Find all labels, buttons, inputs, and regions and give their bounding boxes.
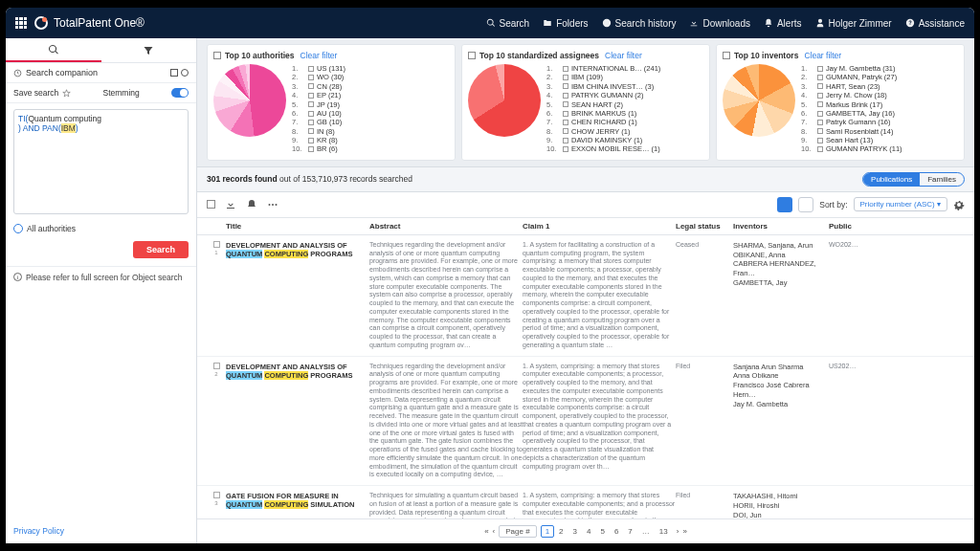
sort-select[interactable]: Priority number (ASC) ▾: [854, 197, 947, 211]
chart-authorities: Top 10 authoritiesClear filter 1.US (131…: [207, 44, 456, 161]
table-row[interactable]: 3GATE FUSION FOR MEASURE IN QUANTUM COMP…: [197, 486, 974, 518]
legend-item[interactable]: 8.Sami Rosenblatt (14): [801, 127, 902, 136]
page-number[interactable]: 4: [582, 525, 595, 538]
search-button[interactable]: Search: [133, 241, 189, 258]
prev-icon[interactable]: ‹: [493, 527, 496, 536]
clear-filter[interactable]: Clear filter: [605, 51, 642, 60]
view-toggle[interactable]: PublicationsFamilies: [862, 172, 965, 187]
gear-icon[interactable]: [953, 199, 965, 210]
sidebar: Search companion Save search Stemming TI…: [6, 38, 197, 543]
legend-item[interactable]: 3.HART, Sean (23): [801, 82, 902, 91]
view-grid-button[interactable]: [777, 197, 792, 212]
legend-item[interactable]: 10.BR (6): [292, 144, 345, 153]
tab-filter[interactable]: [101, 38, 197, 62]
svg-point-1: [269, 204, 271, 206]
row-checkbox[interactable]: [213, 363, 220, 369]
apps-grid-icon[interactable]: [15, 17, 27, 29]
table-row[interactable]: 1DEVELOPMENT AND ANALYSIS OF QUANTUM COM…: [197, 235, 974, 357]
legend-item[interactable]: 7.Patryk Gumann (16): [801, 118, 902, 126]
stemming-toggle[interactable]: [171, 88, 189, 98]
legend-item[interactable]: 4.Jerry M. Chow (18): [801, 91, 902, 99]
legend-item[interactable]: 5.JP (19): [292, 100, 345, 109]
result-summary: 301 records found out of 153,710,973 rec…: [197, 167, 974, 192]
legend-item[interactable]: 1.Jay M. Gambetta (31): [801, 64, 902, 73]
legend-item[interactable]: 1.INTERNATIONAL B… (241): [546, 64, 660, 73]
authorities-selector[interactable]: All authorities: [6, 220, 196, 237]
row-checkbox[interactable]: [213, 241, 220, 248]
chart-checkbox[interactable]: [213, 52, 221, 59]
alert-icon[interactable]: [246, 199, 257, 210]
page-number[interactable]: 6: [610, 525, 623, 538]
chart-checkbox[interactable]: [468, 52, 476, 59]
legend-item[interactable]: 3.IBM CHINA INVEST… (3): [546, 82, 660, 91]
privacy-link[interactable]: Privacy Policy: [6, 518, 196, 543]
legend-item[interactable]: 6.BRINK MARKUS (1): [546, 109, 660, 118]
nav-search[interactable]: Search: [486, 18, 530, 29]
next-fast-icon[interactable]: »: [682, 527, 686, 536]
star-icon[interactable]: [62, 89, 71, 98]
page-number[interactable]: 3: [568, 525, 582, 538]
legend-item[interactable]: 9.KR (8): [292, 136, 345, 144]
tab-search[interactable]: [6, 38, 101, 62]
legend-item[interactable]: 1.US (131): [292, 64, 345, 73]
svg-point-3: [276, 204, 278, 206]
nav-user[interactable]: Holger Zimmer: [815, 18, 892, 29]
legend-item[interactable]: 8.CHOW JERRY (1): [546, 127, 660, 136]
pie-assignees[interactable]: [468, 64, 541, 137]
page-label[interactable]: Page #: [499, 525, 536, 538]
next-icon[interactable]: ›: [677, 527, 679, 536]
legend-item[interactable]: 7.CHEN RICHARD (1): [546, 118, 660, 126]
select-all-checkbox[interactable]: [207, 200, 215, 209]
page-number[interactable]: 1: [541, 525, 554, 538]
legend-item[interactable]: 7.GB (10): [292, 118, 345, 126]
prev-fast-icon[interactable]: «: [484, 527, 488, 536]
legend-item[interactable]: 2.GUMANN, Patryk (27): [801, 73, 902, 81]
clear-filter[interactable]: Clear filter: [804, 51, 841, 60]
brand: TotalPatent One®: [34, 16, 145, 30]
circle-icon[interactable]: [181, 69, 189, 77]
row-checkbox[interactable]: [213, 492, 220, 498]
clear-filter[interactable]: Clear filter: [301, 51, 338, 60]
page-number[interactable]: 2: [554, 525, 568, 538]
nav-assist[interactable]: Assistance: [905, 18, 965, 29]
chart-checkbox[interactable]: [723, 52, 730, 59]
legend-item[interactable]: 9.DAVID KAMINSKY (1): [546, 136, 660, 144]
pie-inventors[interactable]: [723, 64, 795, 137]
query-input[interactable]: TI(Quantum computing ) AND PAN(IBM): [13, 109, 189, 214]
nav-downloads[interactable]: Downloads: [689, 18, 749, 29]
square-icon[interactable]: [170, 69, 178, 77]
legend-item[interactable]: 4.PATRYK GUMANN (2): [546, 91, 660, 99]
legend-item[interactable]: 3.CN (28): [292, 82, 345, 91]
legend-item[interactable]: 6.GAMBETTA, Jay (16): [801, 109, 902, 118]
page-number[interactable]: 13: [655, 525, 673, 538]
search-companion[interactable]: Search companion: [6, 63, 196, 83]
legend-item[interactable]: 9.Sean Hart (13): [801, 136, 902, 144]
table-header: Title Abstract Claim 1 Legal status Inve…: [197, 218, 974, 235]
legend-item[interactable]: 10.EXXON MOBIL RESE… (1): [546, 144, 660, 153]
info-icon: i: [13, 273, 22, 281]
nav-folders[interactable]: Folders: [543, 18, 588, 29]
table-row[interactable]: 2DEVELOPMENT AND ANALYSIS OF QUANTUM COM…: [197, 357, 974, 487]
legend-item[interactable]: 6.AU (10): [292, 109, 345, 118]
svg-point-2: [272, 204, 274, 206]
download-icon[interactable]: [225, 199, 236, 210]
legend-item[interactable]: 5.Markus Brink (17): [801, 100, 902, 109]
legend-item[interactable]: 5.SEAN HART (2): [546, 100, 660, 109]
legend-item[interactable]: 2.IBM (109): [546, 73, 660, 81]
legend-item[interactable]: 10.GUMANN PATRYK (11): [801, 144, 902, 153]
page-number[interactable]: …: [637, 525, 655, 538]
view-list-button[interactable]: [798, 197, 813, 212]
nav-alerts[interactable]: Alerts: [764, 18, 802, 29]
more-icon[interactable]: [267, 199, 278, 210]
object-search-note: iPlease refer to full screen for Object …: [6, 266, 196, 288]
legend-item[interactable]: 8.IN (8): [292, 127, 345, 136]
brand-name: TotalPatent One®: [54, 16, 145, 30]
chart-inventors: Top 10 inventorsClear filter 1.Jay M. Ga…: [716, 44, 965, 161]
nav-history[interactable]: Search history: [602, 18, 677, 29]
legend-item[interactable]: 2.WO (30): [292, 73, 345, 81]
legend-item[interactable]: 4.EP (21): [292, 91, 345, 99]
pie-authorities[interactable]: [213, 64, 286, 137]
page-number[interactable]: 5: [595, 525, 609, 538]
pagination: « ‹ Page # 1234567…13 › »: [197, 518, 974, 543]
page-number[interactable]: 7: [623, 525, 636, 538]
